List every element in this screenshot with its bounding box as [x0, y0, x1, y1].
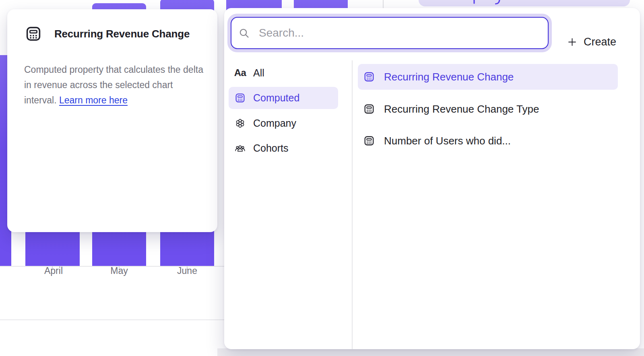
page-bottom-strip — [217, 348, 644, 356]
create-button[interactable]: Create — [564, 25, 619, 59]
cohorts-people-icon — [235, 143, 246, 154]
company-cluster-icon — [235, 118, 246, 129]
text-format-icon: Aa — [235, 68, 246, 78]
result-recurring-revenue-change-type[interactable]: Recurring Revenue Change Type — [358, 96, 618, 122]
panel-column-divider — [352, 60, 353, 349]
calculator-icon — [363, 135, 375, 146]
property-definition-card: Recurring Revenue Change Computed proper… — [7, 9, 217, 232]
calculator-icon — [363, 71, 375, 82]
category-cohorts-label: Cohorts — [253, 142, 289, 154]
x-axis-label-may: May — [110, 265, 128, 276]
plus-icon — [567, 37, 578, 47]
category-all[interactable]: Aa All — [229, 62, 338, 84]
property-chip-clipped[interactable] — [419, 0, 630, 6]
x-axis-label-april: April — [44, 265, 63, 276]
learn-more-link[interactable]: Learn more here — [59, 95, 128, 105]
calculator-icon — [25, 25, 42, 42]
category-computed-label: Computed — [253, 92, 299, 104]
category-company-label: Company — [253, 117, 296, 129]
property-picker-panel: Create Aa All Computed Company Cohorts R… — [224, 8, 640, 349]
result-number-of-users-who-did[interactable]: Number of Users who did... — [358, 128, 618, 154]
result-recurring-revenue-change[interactable]: Recurring Revenue Change — [358, 64, 618, 90]
search-input[interactable] — [231, 17, 549, 49]
definition-title: Recurring Revenue Change — [54, 28, 190, 40]
app-screen: April May June Recurring Revenue Change … — [0, 0, 644, 356]
search-focus-ring — [227, 14, 552, 52]
category-cohorts[interactable]: Cohorts — [229, 137, 338, 159]
clipped-purple-text-fragments — [472, 0, 520, 5]
x-axis-label-june: June — [177, 265, 197, 276]
calculator-icon — [363, 103, 375, 115]
category-company[interactable]: Company — [229, 112, 338, 134]
definition-description: Computed property that calculates the de… — [24, 62, 203, 108]
result-label: Recurring Revenue Change Type — [384, 103, 539, 115]
result-label: Recurring Revenue Change — [384, 71, 514, 83]
create-button-label: Create — [584, 36, 616, 48]
calculator-icon — [235, 93, 246, 103]
category-all-label: All — [253, 67, 264, 79]
category-computed[interactable]: Computed — [229, 87, 338, 109]
result-label: Number of Users who did... — [384, 135, 511, 147]
